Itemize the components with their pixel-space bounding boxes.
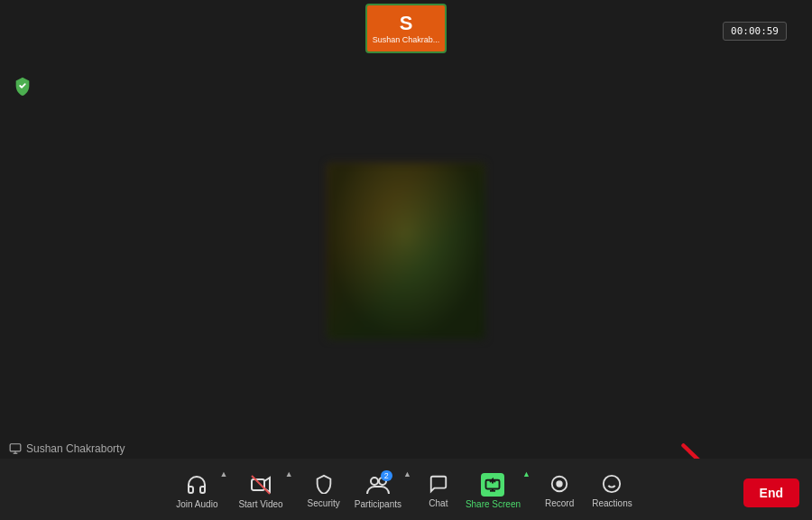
record-button[interactable]: Record [536,466,583,514]
security-button[interactable]: Security [299,466,349,514]
center-video-tile [328,163,485,339]
meeting-timer: 00:00:59 [723,22,787,41]
participants-caret[interactable]: ▲ [401,469,411,509]
toolbar: Join Audio ▲ Start Video ▲ [0,459,812,520]
reactions-label: Reactions [592,498,632,508]
svg-point-13 [557,481,562,487]
headphone-icon [184,472,209,497]
share-screen-button[interactable]: Share Screen ▲ [460,466,536,513]
participant-name: Sushan Chakrab... [373,35,440,44]
share-screen-caret[interactable]: ▲ [521,469,531,509]
video-icon [248,472,273,497]
join-audio-button[interactable]: Join Audio ▲ [171,466,233,513]
share-screen-label: Share Screen [466,499,521,509]
audio-caret[interactable]: ▲ [217,469,227,509]
security-icon [311,471,337,497]
record-icon [547,471,572,497]
participants-icon: 2 [365,472,391,497]
svg-point-7 [371,478,378,485]
video-caret[interactable]: ▲ [283,469,293,509]
chat-label: Chat [429,498,448,508]
main-video-area: S Sushan Chakrab... 00:00:59 Sushan Chak… [0,0,812,520]
security-shield-icon [13,76,32,96]
participant-tile: S Sushan Chakrab... [365,4,447,53]
chat-icon [426,471,451,497]
end-button[interactable]: End [743,478,799,507]
participant-initial: S [400,14,413,33]
local-user-name: Sushan Chakraborty [9,442,125,455]
participants-button[interactable]: 2 Participants ▲ [349,466,417,513]
start-video-label: Start Video [238,499,282,509]
join-audio-label: Join Audio [176,499,217,509]
chat-button[interactable]: Chat [417,466,460,514]
reactions-icon [599,471,624,497]
participants-label: Participants [355,499,401,509]
participants-badge: 2 [381,470,392,481]
reactions-button[interactable]: Reactions [583,466,641,514]
svg-point-14 [604,475,620,491]
share-screen-icon [480,472,505,497]
start-video-button[interactable]: Start Video ▲ [233,466,298,513]
svg-rect-0 [10,444,21,451]
security-label: Security [308,498,340,508]
record-label: Record [545,498,574,508]
